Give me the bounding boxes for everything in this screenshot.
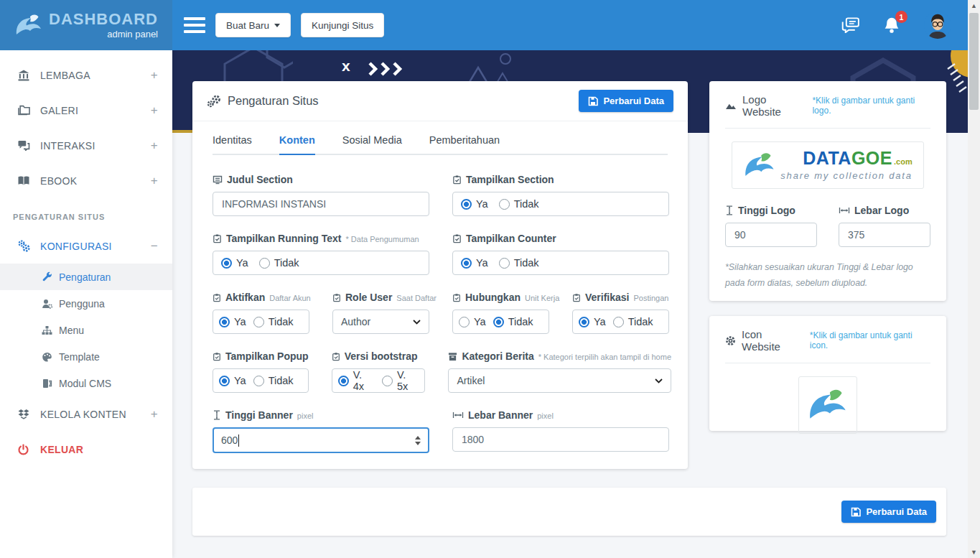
number-spinner[interactable] xyxy=(415,436,421,445)
sidebar-item-lembaga[interactable]: LEMBAGA + xyxy=(0,57,172,93)
notification-badge: 1 xyxy=(895,11,907,23)
logo-tagline: share my collection data xyxy=(780,170,912,181)
radio-option-v4x[interactable]: V. 4x xyxy=(338,369,375,392)
site-icon-image[interactable] xyxy=(798,376,857,434)
user-avatar[interactable] xyxy=(924,11,951,39)
radio-option-v5x[interactable]: V. 5x xyxy=(382,369,419,392)
tab-konten[interactable]: Konten xyxy=(279,134,315,155)
field-note: Daftar Akun xyxy=(269,294,310,302)
radio-option-tidak[interactable]: Tidak xyxy=(613,316,653,327)
sidebar-item-keluar[interactable]: KELUAR xyxy=(0,432,172,467)
sidebar-item-galeri[interactable]: GALERI + xyxy=(0,93,172,128)
bird-icon xyxy=(807,388,849,422)
running-text-radio-group: Ya Tidak xyxy=(213,251,429,275)
brand-logo[interactable]: DASHBOARD admin panel xyxy=(0,0,172,50)
checkbox-icon xyxy=(332,352,340,361)
sidebar-item-kelola-konten[interactable]: KELOLA KONTEN + xyxy=(0,396,172,432)
cms-module-icon xyxy=(42,378,52,389)
caret-down-icon xyxy=(274,24,280,27)
submenu-item-modul-cms[interactable]: Modul CMS xyxy=(0,370,172,396)
divider xyxy=(725,128,930,129)
radio-option-ya[interactable]: Ya xyxy=(461,257,488,269)
tab-identitas[interactable]: Identitas xyxy=(213,134,252,155)
lebar-banner-input[interactable] xyxy=(452,427,669,452)
field-label: Aktifkan xyxy=(225,292,265,303)
radio-option-tidak[interactable]: Tidak xyxy=(253,316,294,327)
expand-plus-icon[interactable]: + xyxy=(151,103,158,118)
tinggi-logo-input[interactable] xyxy=(725,223,817,247)
radio-option-tidak[interactable]: Tidak xyxy=(499,198,539,210)
expand-plus-icon[interactable]: + xyxy=(151,139,158,153)
field-label: Judul Section xyxy=(227,174,293,185)
visit-site-label: Kunjungi Situs xyxy=(312,20,373,31)
chevron-down-icon xyxy=(655,378,663,383)
select-value: Author xyxy=(341,316,370,327)
field-note: Unit Kerja xyxy=(525,294,559,302)
field-label: Lebar Banner xyxy=(468,409,533,421)
radio-option-ya[interactable]: Ya xyxy=(219,316,246,327)
checkbox-icon xyxy=(452,233,462,243)
sidebar-item-ebook[interactable]: EBOOK + xyxy=(0,163,172,198)
image-icon xyxy=(725,101,737,110)
update-data-button-footer[interactable]: Perbarui Data xyxy=(841,501,936,523)
tampilkan-section-radio-group: Ya Tidak xyxy=(452,192,669,216)
expand-plus-icon[interactable]: + xyxy=(151,68,158,83)
save-icon xyxy=(588,96,598,106)
radio-icon xyxy=(382,376,393,386)
create-new-label: Buat Baru xyxy=(226,20,269,31)
select-value: Artikel xyxy=(457,375,485,386)
radio-option-tidak[interactable]: Tidak xyxy=(499,257,539,269)
messages-icon[interactable] xyxy=(841,17,859,33)
expand-plus-icon[interactable]: + xyxy=(151,174,158,188)
book-icon xyxy=(17,175,30,186)
radio-icon xyxy=(253,317,264,327)
hamburger-menu-icon[interactable] xyxy=(184,17,205,33)
site-logo-image[interactable]: DATAGOE.com share my collection data xyxy=(732,141,924,189)
versi-bootstrap-radio-group: V. 4x V. 5x xyxy=(332,368,426,393)
scroll-up-arrow[interactable]: ▲ xyxy=(968,0,980,11)
spin-up-icon[interactable] xyxy=(415,436,421,440)
judul-section-input[interactable] xyxy=(213,192,429,216)
scrollbar[interactable]: ▲ ▼ xyxy=(968,0,980,558)
collapse-minus-icon[interactable]: − xyxy=(151,239,158,254)
submenu-item-label: Pengaturan xyxy=(59,271,111,283)
konfigurasi-submenu: Pengaturan Pengguna Menu Template xyxy=(0,264,172,396)
submenu-item-label: Pengguna xyxy=(59,298,105,310)
submenu-item-pengguna[interactable]: Pengguna xyxy=(0,290,172,317)
lebar-logo-input[interactable] xyxy=(839,223,930,247)
scroll-down-arrow[interactable]: ▼ xyxy=(968,547,980,558)
radio-option-ya[interactable]: Ya xyxy=(579,316,606,327)
card-title: Logo Website xyxy=(742,93,805,118)
logo-size-note: *Silahkan sesuaikan ukuran Tinggi & Leba… xyxy=(725,260,930,291)
notifications-bell-icon[interactable]: 1 xyxy=(884,17,900,34)
role-user-select[interactable]: Author xyxy=(332,310,429,334)
tab-sosial-media[interactable]: Sosial Media xyxy=(342,134,402,155)
sidebar-section-label: PENGATURAN SITUS xyxy=(0,198,172,228)
update-data-button-header[interactable]: Perbarui Data xyxy=(579,90,673,112)
gear-icon xyxy=(725,335,736,346)
radio-option-ya[interactable]: Ya xyxy=(461,198,488,210)
radio-option-ya[interactable]: Ya xyxy=(459,316,486,327)
radio-option-tidak[interactable]: Tidak xyxy=(259,257,299,269)
logo-website-card: Logo Website *Klik di gambar untuk ganti… xyxy=(709,81,946,301)
kategori-berita-select[interactable]: Artikel xyxy=(448,368,671,393)
radio-option-tidak[interactable]: Tidak xyxy=(253,375,294,386)
field-label: Hubungkan xyxy=(465,292,521,303)
radio-option-ya[interactable]: Ya xyxy=(219,375,246,386)
radio-icon xyxy=(461,199,472,210)
logo-brand-text: DATA xyxy=(803,149,851,167)
tinggi-banner-input[interactable]: 600 xyxy=(213,427,429,453)
visit-site-button[interactable]: Kunjungi Situs xyxy=(301,13,384,37)
sidebar-item-konfigurasi[interactable]: KONFIGURASI − xyxy=(0,228,172,264)
radio-option-tidak[interactable]: Tidak xyxy=(493,316,533,327)
submenu-item-template[interactable]: Template xyxy=(0,343,172,370)
tab-pemberitahuan[interactable]: Pemberitahuan xyxy=(429,134,500,155)
submenu-item-pengaturan[interactable]: Pengaturan xyxy=(0,264,172,290)
submenu-item-menu[interactable]: Menu xyxy=(0,317,172,343)
scrollbar-thumb[interactable] xyxy=(969,13,979,110)
radio-option-ya[interactable]: Ya xyxy=(221,257,248,269)
create-new-button[interactable]: Buat Baru xyxy=(215,13,291,37)
spin-down-icon[interactable] xyxy=(415,442,421,445)
expand-plus-icon[interactable]: + xyxy=(151,407,158,422)
sidebar-item-interaksi[interactable]: INTERAKSI + xyxy=(0,128,172,163)
